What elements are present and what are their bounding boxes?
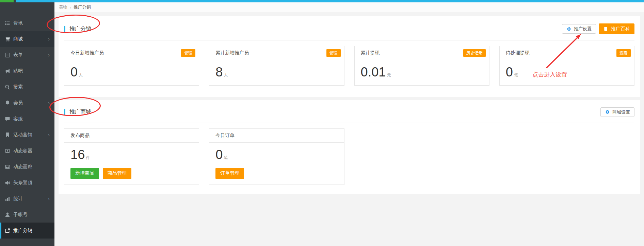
manage-orders-button[interactable]: 订单管理	[215, 168, 244, 179]
breadcrumb-root[interactable]: 美物	[59, 4, 67, 10]
view-badge[interactable]: 查看	[616, 49, 631, 57]
breadcrumb-separator: ›	[70, 5, 71, 10]
history-badge[interactable]: 历史记录	[463, 49, 486, 57]
form-icon	[5, 52, 10, 58]
share-icon	[5, 228, 10, 233]
mall-settings-button[interactable]: 商城设置	[600, 107, 634, 117]
sidebar-item-label: 客服	[13, 116, 23, 122]
top-green-block	[0, 0, 14, 2]
content: 推广分销 推广设置 推广百科	[54, 12, 644, 198]
sidebar-item-label: 子帐号	[13, 212, 28, 218]
stat-card-total-withdraw: 累计提现 历史记录 0.01 元	[354, 46, 489, 86]
sidebar-item-marketing[interactable]: 活动营销	[0, 127, 54, 143]
chevron-right-icon	[48, 196, 50, 201]
sidebar-item-mall[interactable]: 商城	[0, 31, 54, 47]
promo-settings-button[interactable]: 推广设置	[562, 24, 596, 34]
sidebar-item-label: 搜索	[13, 84, 23, 90]
sidebar-item-dynamic-gallery[interactable]: 动态画廊	[0, 159, 54, 175]
sidebar-item-subaccount[interactable]: 子帐号	[0, 207, 54, 223]
stat-card-total-promoters: 累计新增推广员 管理 8 人	[209, 46, 344, 86]
top-bar-gap	[14, 0, 16, 2]
chevron-right-icon	[48, 132, 50, 137]
stat-unit: 件	[86, 155, 90, 161]
stat-value: 16	[70, 148, 85, 162]
gear-icon	[605, 109, 610, 115]
book-icon	[603, 27, 608, 32]
mall-panel-head: 推广商城 商城设置	[64, 100, 634, 123]
stat-card-label: 待处理提现	[506, 50, 530, 56]
megaphone-icon	[5, 68, 10, 74]
stat-unit: 笔	[224, 155, 228, 161]
sidebar-item-tieba[interactable]: 贴吧	[0, 63, 54, 79]
news-icon	[5, 20, 10, 26]
sidebar-item-label: 商城	[13, 36, 23, 42]
title-accent-bar	[64, 26, 65, 32]
sidebar-item-distribution[interactable]: 推广分销	[0, 223, 54, 239]
stat-unit: 元	[387, 72, 391, 78]
stat-card-today-promoters: 今日新增推广员 管理 0 人	[64, 46, 199, 86]
stat-value: 0	[70, 65, 78, 80]
stat-card-label: 发布商品	[70, 133, 90, 139]
manage-badge[interactable]: 管理	[181, 49, 195, 57]
sidebar-item-label: 贴吧	[13, 68, 23, 74]
promo-section-title: 推广分销	[64, 25, 91, 33]
chevron-right-icon	[48, 52, 50, 57]
promo-stat-cards: 今日新增推广员 管理 0 人 累计新增推广员 管理	[59, 40, 640, 97]
sidebar-item-stats[interactable]: 统计	[0, 191, 54, 207]
sidebar-item-support[interactable]: 客服	[0, 111, 54, 127]
gallery-icon	[5, 164, 10, 170]
manage-badge[interactable]: 管理	[326, 49, 341, 57]
stat-value: 0	[215, 148, 223, 162]
gear-icon	[566, 27, 571, 32]
promo-mall-panel: 推广商城 商城设置 发布商品	[59, 100, 640, 194]
mall-cart-icon	[5, 36, 10, 42]
bell-icon	[5, 100, 10, 106]
sidebar-item-label: 动态容器	[13, 148, 32, 154]
sidebar-item-label: 资讯	[13, 20, 23, 26]
stat-unit: 人	[79, 72, 83, 78]
stat-value: 0	[506, 65, 513, 80]
stat-card-published-goods: 发布商品 16 件 新增商品 商品管理	[64, 128, 199, 185]
annotation-note: 点击进入设置	[532, 71, 567, 78]
sidebar-item-news[interactable]: 资讯	[0, 15, 54, 31]
breadcrumb-current: 推广分销	[74, 4, 91, 10]
chevron-right-icon	[48, 100, 50, 105]
bookmark-icon	[5, 132, 10, 138]
speaker-icon	[5, 180, 10, 186]
sidebar-item-forms[interactable]: 表单	[0, 47, 54, 63]
mall-stat-cards: 发布商品 16 件 新增商品 商品管理	[59, 123, 640, 194]
chevron-right-icon	[48, 36, 50, 41]
user-icon	[5, 212, 10, 217]
stat-card-label: 今日订单	[215, 133, 235, 139]
sidebar-item-dynamic-container[interactable]: 动态容器	[0, 143, 54, 159]
sidebar-item-label: 统计	[13, 196, 23, 202]
stat-unit: 人	[224, 72, 228, 78]
sidebar-item-headline-top[interactable]: 头条置顶	[0, 175, 54, 191]
sidebar-item-label: 会员	[13, 100, 23, 106]
sidebar-item-label: 头条置顶	[13, 180, 32, 186]
stat-card-label: 今日新增推广员	[70, 50, 104, 56]
stat-card-label: 累计新增推广员	[215, 50, 249, 56]
stat-value: 0.01	[361, 65, 386, 80]
sidebar: 资讯 商城 表单 贴吧 搜索 会员	[0, 2, 54, 246]
promo-panel-head: 推广分销 推广设置 推广百科	[64, 16, 634, 40]
sidebar-item-members[interactable]: 会员	[0, 95, 54, 111]
main-area: 美物 › 推广分销 推广分销 推广设置	[54, 2, 644, 246]
stat-card-pending-withdraw: 待处理提现 查看 0 笔 点击进入设置	[499, 46, 634, 86]
stat-unit: 笔	[514, 72, 518, 78]
search-icon	[5, 84, 10, 90]
add-goods-button[interactable]: 新增商品	[70, 168, 99, 179]
mall-section-title: 推广商城	[64, 108, 91, 116]
stat-card-today-orders: 今日订单 0 笔 订单管理	[209, 128, 344, 185]
chat-icon	[5, 116, 10, 122]
breadcrumb: 美物 › 推广分销	[54, 2, 644, 12]
stat-card-label: 累计提现	[361, 50, 380, 56]
promo-wiki-button[interactable]: 推广百科	[599, 23, 634, 34]
sidebar-item-label: 推广分销	[13, 228, 32, 234]
sidebar-item-search[interactable]: 搜索	[0, 79, 54, 95]
manage-goods-button[interactable]: 商品管理	[103, 168, 131, 179]
top-accent-bar	[0, 0, 644, 2]
sidebar-item-label: 活动营销	[13, 132, 32, 138]
promo-distribution-panel: 推广分销 推广设置 推广百科	[59, 16, 640, 97]
stats-icon	[5, 196, 10, 201]
